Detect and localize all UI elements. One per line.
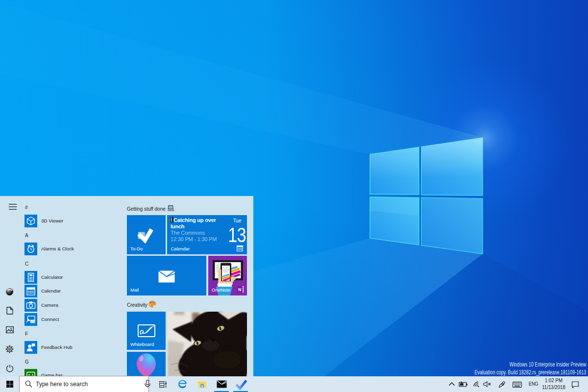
svg-text:N: N — [238, 287, 242, 292]
